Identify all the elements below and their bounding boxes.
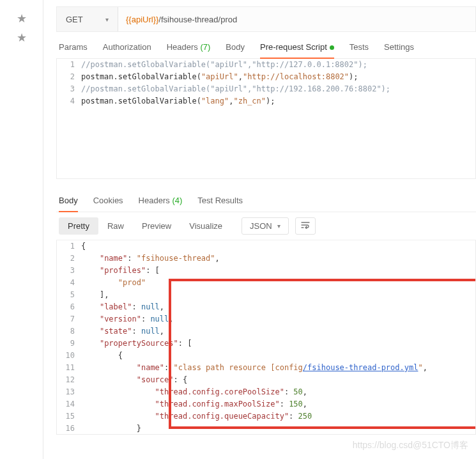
tab-params[interactable]: Params [59, 42, 88, 58]
main-panel: GET ▾ {{apiUrl}}/fsihouse-thread/prod Pa… [43, 0, 476, 459]
tab-authorization[interactable]: Authorization [103, 42, 151, 58]
tab-body[interactable]: Body [226, 42, 245, 58]
chevron-down-icon: ▾ [105, 16, 109, 23]
tab-headers[interactable]: Headers (7) [167, 42, 211, 58]
star-icon[interactable]: ★ [17, 31, 27, 45]
wrap-lines-button[interactable] [295, 217, 316, 235]
preview-button[interactable]: Preview [133, 217, 180, 235]
tab-tests[interactable]: Tests [349, 42, 369, 58]
format-dropdown[interactable]: JSON ▾ [242, 217, 289, 235]
response-toolbar: Pretty Raw Preview Visualize JSON ▾ [56, 212, 476, 240]
response-editor[interactable]: 1{2 "name": "fsihouse-thread",3 "profile… [56, 240, 476, 435]
rtab-headers[interactable]: Headers (4) [139, 196, 183, 212]
url-variable: {{apiUrl}} [126, 15, 158, 24]
view-mode-segment: Pretty Raw Preview Visualize [59, 217, 231, 235]
pretty-button[interactable]: Pretty [59, 217, 98, 235]
response-panel: Body Cookies Headers (4) Test Results Pr… [56, 185, 476, 435]
rtab-body[interactable]: Body [59, 196, 78, 212]
tab-prerequest-script[interactable]: Pre-request Script [260, 42, 334, 58]
rtab-cookies[interactable]: Cookies [93, 196, 123, 212]
tab-settings[interactable]: Settings [384, 42, 414, 58]
rtab-test-results[interactable]: Test Results [197, 196, 243, 212]
response-tabs: Body Cookies Headers (4) Test Results [56, 185, 476, 212]
watermark: https://blog.csd@51CTO博客 [353, 440, 468, 451]
script-editor[interactable]: 1//postman.setGlobalVariable("apiUrl","h… [56, 59, 476, 179]
raw-button[interactable]: Raw [98, 217, 133, 235]
request-tabs: Params Authorization Headers (7) Body Pr… [56, 32, 476, 59]
method-dropdown[interactable]: GET ▾ [57, 7, 118, 31]
history-sidebar: ★ ★ [0, 0, 43, 459]
url-path: /fsihouse-thread/prod [158, 15, 237, 24]
visualize-button[interactable]: Visualize [180, 217, 231, 235]
star-icon[interactable]: ★ [17, 12, 27, 26]
method-label: GET [66, 15, 83, 24]
url-input[interactable]: {{apiUrl}}/fsihouse-thread/prod [118, 7, 475, 31]
modified-dot-icon [330, 45, 334, 50]
request-url-bar: GET ▾ {{apiUrl}}/fsihouse-thread/prod [56, 6, 476, 32]
chevron-down-icon: ▾ [277, 222, 280, 230]
wrap-icon [301, 221, 310, 229]
